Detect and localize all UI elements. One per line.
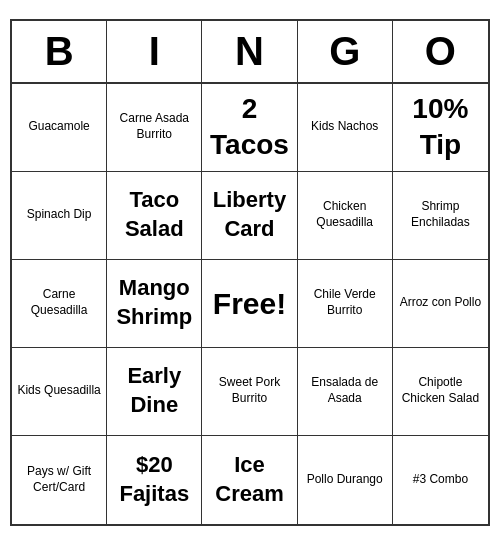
cell-text-12: Free! [213, 284, 286, 323]
cell-text-21: $20 Fajitas [111, 451, 197, 508]
bingo-cell-7: Liberty Card [202, 172, 297, 260]
cell-text-3: Kids Nachos [311, 119, 378, 135]
header-letter-n: N [202, 21, 297, 82]
bingo-cell-22: Ice Cream [202, 436, 297, 524]
cell-text-20: Pays w/ Gift Cert/Card [16, 464, 102, 495]
header-letter-b: B [12, 21, 107, 82]
bingo-cell-8: Chicken Quesadilla [298, 172, 393, 260]
bingo-cell-11: Mango Shrimp [107, 260, 202, 348]
bingo-card: BINGO GuacamoleCarne Asada Burrito2 Taco… [10, 19, 490, 526]
bingo-cell-18: Ensalada de Asada [298, 348, 393, 436]
bingo-cell-16: Early Dine [107, 348, 202, 436]
bingo-cell-6: Taco Salad [107, 172, 202, 260]
bingo-cell-4: 10% Tip [393, 84, 488, 172]
cell-text-17: Sweet Pork Burrito [206, 375, 292, 406]
bingo-cell-20: Pays w/ Gift Cert/Card [12, 436, 107, 524]
bingo-cell-9: Shrimp Enchiladas [393, 172, 488, 260]
cell-text-7: Liberty Card [206, 186, 292, 243]
bingo-cell-15: Kids Quesadilla [12, 348, 107, 436]
cell-text-5: Spinach Dip [27, 207, 92, 223]
cell-text-13: Chile Verde Burrito [302, 287, 388, 318]
cell-text-0: Guacamole [28, 119, 89, 135]
header-letter-i: I [107, 21, 202, 82]
cell-text-11: Mango Shrimp [111, 274, 197, 331]
cell-text-22: Ice Cream [206, 451, 292, 508]
cell-text-15: Kids Quesadilla [17, 383, 100, 399]
bingo-cell-1: Carne Asada Burrito [107, 84, 202, 172]
bingo-cell-0: Guacamole [12, 84, 107, 172]
bingo-cell-13: Chile Verde Burrito [298, 260, 393, 348]
cell-text-2: 2 Tacos [206, 91, 292, 164]
cell-text-23: Pollo Durango [307, 472, 383, 488]
bingo-cell-19: Chipotle Chicken Salad [393, 348, 488, 436]
bingo-cell-14: Arroz con Pollo [393, 260, 488, 348]
bingo-cell-23: Pollo Durango [298, 436, 393, 524]
header-letter-o: O [393, 21, 488, 82]
cell-text-10: Carne Quesadilla [16, 287, 102, 318]
cell-text-4: 10% Tip [397, 91, 484, 164]
cell-text-1: Carne Asada Burrito [111, 111, 197, 142]
bingo-cell-2: 2 Tacos [202, 84, 297, 172]
cell-text-16: Early Dine [111, 362, 197, 419]
cell-text-18: Ensalada de Asada [302, 375, 388, 406]
bingo-cell-17: Sweet Pork Burrito [202, 348, 297, 436]
cell-text-8: Chicken Quesadilla [302, 199, 388, 230]
cell-text-14: Arroz con Pollo [400, 295, 481, 311]
bingo-cell-12: Free! [202, 260, 297, 348]
cell-text-6: Taco Salad [111, 186, 197, 243]
cell-text-24: #3 Combo [413, 472, 468, 488]
bingo-cell-10: Carne Quesadilla [12, 260, 107, 348]
bingo-cell-5: Spinach Dip [12, 172, 107, 260]
bingo-header: BINGO [12, 21, 488, 84]
cell-text-9: Shrimp Enchiladas [397, 199, 484, 230]
header-letter-g: G [298, 21, 393, 82]
bingo-cell-24: #3 Combo [393, 436, 488, 524]
bingo-cell-3: Kids Nachos [298, 84, 393, 172]
cell-text-19: Chipotle Chicken Salad [397, 375, 484, 406]
bingo-cell-21: $20 Fajitas [107, 436, 202, 524]
bingo-grid: GuacamoleCarne Asada Burrito2 TacosKids … [12, 84, 488, 524]
